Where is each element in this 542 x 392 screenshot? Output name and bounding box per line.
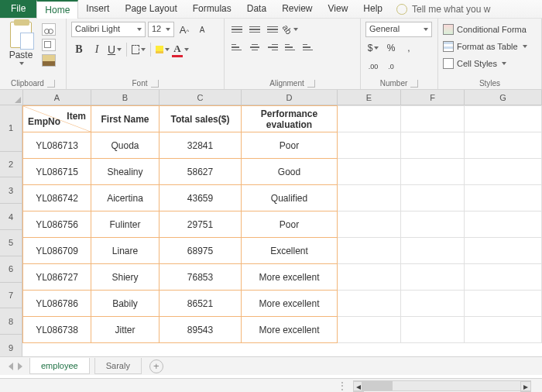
- cell[interactable]: YL086713: [23, 132, 91, 159]
- underline-button[interactable]: U: [107, 42, 122, 57]
- cell[interactable]: Jitter: [91, 317, 160, 343]
- cell[interactable]: Performance evaluation: [242, 106, 338, 132]
- select-all-button[interactable]: [0, 90, 23, 105]
- font-size-combo[interactable]: 12: [148, 22, 174, 37]
- cell[interactable]: ItemEmpNo: [23, 106, 91, 132]
- tab-review[interactable]: Review: [274, 0, 320, 18]
- cell[interactable]: More excellent: [242, 317, 338, 343]
- tab-help[interactable]: Help: [355, 0, 390, 18]
- cell[interactable]: Shealiny: [91, 159, 160, 185]
- cell[interactable]: [338, 317, 401, 343]
- font-color-button[interactable]: A: [173, 42, 188, 57]
- cell[interactable]: 32841: [160, 132, 242, 159]
- cell[interactable]: 76853: [160, 264, 242, 291]
- row-header[interactable]: 7: [0, 283, 22, 309]
- cell[interactable]: [465, 132, 542, 159]
- cell[interactable]: [338, 238, 401, 264]
- align-bottom-button[interactable]: [265, 22, 280, 37]
- column-header[interactable]: E: [338, 90, 401, 105]
- align-top-button[interactable]: [229, 22, 245, 37]
- cell[interactable]: [465, 264, 542, 291]
- column-header[interactable]: A: [23, 90, 91, 105]
- cell[interactable]: Babily: [91, 291, 160, 317]
- tab-data[interactable]: Data: [239, 0, 274, 18]
- cell[interactable]: YL086709: [23, 238, 91, 264]
- cell[interactable]: [338, 132, 401, 159]
- cell[interactable]: YL086727: [23, 264, 91, 291]
- cell[interactable]: YL086738: [23, 317, 91, 343]
- align-middle-button[interactable]: [247, 22, 262, 37]
- column-header[interactable]: C: [160, 90, 242, 105]
- tab-formulas[interactable]: Formulas: [185, 0, 239, 18]
- dialog-launcher-icon[interactable]: [410, 80, 418, 88]
- number-format-combo[interactable]: General: [365, 22, 432, 37]
- orientation-button[interactable]: ab: [283, 22, 298, 37]
- scroll-track[interactable]: ◂ ▸: [353, 380, 531, 391]
- row-header[interactable]: 3: [0, 177, 22, 204]
- sheet-nav-next[interactable]: [18, 363, 22, 370]
- decrease-indent-button[interactable]: [283, 40, 298, 55]
- increase-indent-button[interactable]: [300, 40, 316, 55]
- cell[interactable]: More excellent: [242, 264, 338, 291]
- comma-button[interactable]: ,: [401, 40, 417, 56]
- sheet-tab-active[interactable]: employee: [29, 358, 90, 374]
- cell-styles-button[interactable]: Cell Styles: [443, 56, 537, 71]
- font-name-combo[interactable]: Calibri Light: [71, 22, 146, 37]
- cell[interactable]: [465, 238, 542, 264]
- cell[interactable]: [465, 291, 542, 317]
- copy-button[interactable]: [42, 39, 56, 51]
- cell[interactable]: 86521: [160, 291, 242, 317]
- column-header[interactable]: B: [91, 90, 160, 105]
- cell[interactable]: [401, 291, 465, 317]
- cell[interactable]: Total sales($): [160, 106, 242, 132]
- align-right-button[interactable]: [265, 40, 280, 55]
- format-as-table-button[interactable]: Format as Table: [443, 39, 537, 54]
- column-header[interactable]: G: [465, 90, 542, 105]
- decrease-decimal-button[interactable]: .0: [383, 59, 399, 74]
- shrink-font-button[interactable]: A: [194, 22, 210, 37]
- cell[interactable]: [465, 106, 542, 132]
- sheet-tab[interactable]: Saraly: [94, 358, 142, 374]
- cell[interactable]: Qualified: [242, 185, 338, 211]
- row-header[interactable]: 4: [0, 204, 22, 230]
- cell[interactable]: Good: [242, 159, 338, 185]
- row-header[interactable]: 6: [0, 256, 22, 283]
- cell[interactable]: [401, 106, 465, 132]
- scroll-right-icon[interactable]: ▸: [520, 381, 531, 392]
- grow-font-button[interactable]: A^: [177, 22, 192, 37]
- conditional-formatting-button[interactable]: Conditional Forma: [443, 22, 537, 37]
- tab-insert[interactable]: Insert: [78, 0, 117, 18]
- cell[interactable]: [401, 185, 465, 211]
- sheet-nav-prev[interactable]: [9, 363, 13, 370]
- cell[interactable]: Poor: [242, 211, 338, 238]
- cell[interactable]: [465, 211, 542, 238]
- align-center-button[interactable]: [247, 40, 262, 55]
- cell[interactable]: Linare: [91, 238, 160, 264]
- cell[interactable]: [338, 291, 401, 317]
- cell[interactable]: [465, 159, 542, 185]
- dialog-launcher-icon[interactable]: [307, 80, 315, 88]
- cell[interactable]: [338, 159, 401, 185]
- column-header[interactable]: F: [401, 90, 465, 105]
- dialog-launcher-icon[interactable]: [47, 80, 55, 88]
- column-header[interactable]: D: [242, 90, 338, 105]
- cell[interactable]: [338, 264, 401, 291]
- row-header[interactable]: 8: [0, 308, 22, 335]
- borders-button[interactable]: [131, 42, 146, 57]
- tell-me-search[interactable]: Tell me what you w: [396, 0, 490, 18]
- cell[interactable]: [465, 317, 542, 343]
- cell[interactable]: [401, 132, 465, 159]
- cell[interactable]: Poor: [242, 132, 338, 159]
- cell[interactable]: [338, 211, 401, 238]
- cell[interactable]: Excellent: [242, 238, 338, 264]
- resize-grip-icon[interactable]: ⋮: [338, 380, 348, 391]
- row-header[interactable]: 5: [0, 230, 22, 256]
- cell[interactable]: 68975: [160, 238, 242, 264]
- cell[interactable]: [465, 185, 542, 211]
- currency-button[interactable]: $: [365, 40, 381, 56]
- italic-button[interactable]: I: [89, 42, 105, 57]
- cell[interactable]: YL086756: [23, 211, 91, 238]
- row-header[interactable]: 1: [0, 105, 22, 152]
- tab-home[interactable]: Home: [36, 0, 78, 19]
- cell[interactable]: [338, 106, 401, 132]
